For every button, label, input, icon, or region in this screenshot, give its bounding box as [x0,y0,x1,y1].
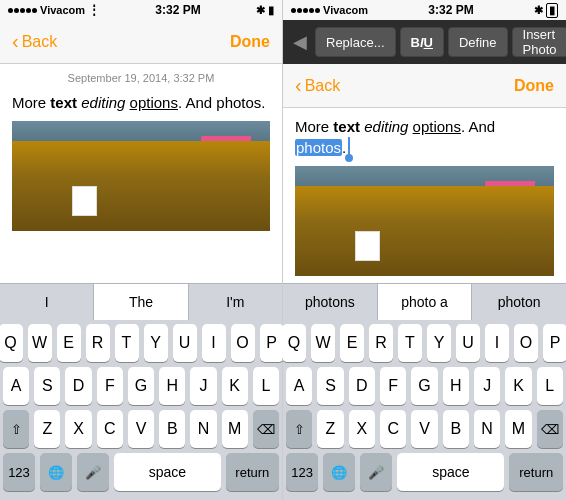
done-button-right[interactable]: Done [514,77,554,95]
key-u-left[interactable]: U [173,324,197,362]
key-e-right[interactable]: E [340,324,364,362]
key-mic-right[interactable]: 🎤 [360,453,392,491]
key-p-left[interactable]: P [260,324,284,362]
key-f-right[interactable]: F [380,367,406,405]
key-o-left[interactable]: O [231,324,255,362]
time-right: 3:32 PM [428,3,473,17]
key-return-right[interactable]: return [509,453,563,491]
key-w-right[interactable]: W [311,324,335,362]
bluetooth-icon-right: ✱ [534,4,543,17]
key-n-right[interactable]: N [474,410,500,448]
key-n-left[interactable]: N [190,410,216,448]
note-text-left[interactable]: More text editing options. And photos. [12,92,270,113]
note-text-more-right: More text editing options. And [295,118,495,135]
key-m-left[interactable]: M [222,410,248,448]
key-v-right[interactable]: V [411,410,437,448]
suggestion-i[interactable]: I [0,284,94,320]
key-shift-left[interactable]: ⇧ [3,410,29,448]
done-button-left[interactable]: Done [230,33,270,51]
right-panel: Vivacom 3:32 PM ✱ ▮ ◀ Replace... B I U D… [283,0,566,500]
back-button-left[interactable]: ‹ Back [12,32,57,51]
key-e-left[interactable]: E [57,324,81,362]
suggestion-the[interactable]: The [94,284,188,320]
suggestion-im[interactable]: I'm [189,284,282,320]
key-space-left[interactable]: space [114,453,221,491]
key-s-left[interactable]: S [34,367,60,405]
key-y-left[interactable]: Y [144,324,168,362]
key-a-left[interactable]: A [3,367,29,405]
key-globe-right[interactable]: 🌐 [323,453,355,491]
bold-label: B [411,35,420,50]
wifi-icon-left: ⋮ [88,3,100,17]
key-k-right[interactable]: K [505,367,531,405]
key-q-left[interactable]: Q [0,324,23,362]
bluetooth-icon-left: ✱ [256,4,265,17]
key-c-right[interactable]: C [380,410,406,448]
left-panel: Vivacom ⋮ 3:32 PM ✱ ▮ ‹ Back Done Septem… [0,0,283,500]
key-x-right[interactable]: X [349,410,375,448]
key-l-left[interactable]: L [253,367,279,405]
key-delete-right[interactable]: ⌫ [537,410,563,448]
key-x-left[interactable]: X [65,410,91,448]
suggestion-photons[interactable]: photons [283,284,378,320]
key-g-right[interactable]: G [411,367,437,405]
biu-button[interactable]: B I U [400,27,444,57]
key-return-left[interactable]: return [226,453,279,491]
key-globe-left[interactable]: 🌐 [40,453,72,491]
key-u-right[interactable]: U [456,324,480,362]
key-p-right[interactable]: P [543,324,566,362]
define-button[interactable]: Define [448,27,508,57]
back-button-right[interactable]: ‹ Back [295,76,340,95]
key-d-right[interactable]: D [349,367,375,405]
key-j-right[interactable]: J [474,367,500,405]
key-i-right[interactable]: I [485,324,509,362]
key-d-left[interactable]: D [65,367,91,405]
note-content-right: More text editing options. And photos. [283,108,566,283]
key-row-3-right: ⇧ Z X C V B N M ⌫ [286,410,563,448]
key-space-right[interactable]: space [397,453,504,491]
key-b-right[interactable]: B [443,410,469,448]
key-row-3-left: ⇧ Z X C V B N M ⌫ [3,410,279,448]
key-s-right[interactable]: S [317,367,343,405]
key-g-left[interactable]: G [128,367,154,405]
key-r-right[interactable]: R [369,324,393,362]
key-a-right[interactable]: A [286,367,312,405]
key-k-left[interactable]: K [222,367,248,405]
toolbar-left-arrow[interactable]: ◀ [287,31,313,53]
note-text-right[interactable]: More text editing options. And photos. [295,116,554,158]
note-text-period-right: . [342,139,346,156]
suggestion-photo-a[interactable]: photo a [378,284,473,320]
key-q-right[interactable]: Q [282,324,306,362]
carrier-name-left: Vivacom [40,4,85,16]
key-y-right[interactable]: Y [427,324,451,362]
keyboard-left: Q W E R T Y U I O P A S D F G H J K L ⇧ … [0,320,282,500]
suggestion-photon[interactable]: photon [472,284,566,320]
key-f-left[interactable]: F [97,367,123,405]
key-num-right[interactable]: 123 [286,453,318,491]
key-l-right[interactable]: L [537,367,563,405]
key-m-right[interactable]: M [505,410,531,448]
key-num-left[interactable]: 123 [3,453,35,491]
key-h-right[interactable]: H [443,367,469,405]
key-t-left[interactable]: T [115,324,139,362]
key-delete-left[interactable]: ⌫ [253,410,279,448]
key-h-left[interactable]: H [159,367,185,405]
insert-photo-button[interactable]: Insert Photo [512,27,566,57]
key-o-right[interactable]: O [514,324,538,362]
key-j-left[interactable]: J [190,367,216,405]
key-v-left[interactable]: V [128,410,154,448]
key-r-left[interactable]: R [86,324,110,362]
key-w-left[interactable]: W [28,324,52,362]
key-z-left[interactable]: Z [34,410,60,448]
back-chevron-right: ‹ [295,75,302,95]
back-label-right: Back [305,77,341,95]
key-z-right[interactable]: Z [317,410,343,448]
key-t-right[interactable]: T [398,324,422,362]
key-b-left[interactable]: B [159,410,185,448]
suggestions-bar-right: photons photo a photon [283,283,566,320]
key-shift-right[interactable]: ⇧ [286,410,312,448]
key-mic-left[interactable]: 🎤 [77,453,109,491]
replace-button[interactable]: Replace... [315,27,396,57]
key-c-left[interactable]: C [97,410,123,448]
key-i-left[interactable]: I [202,324,226,362]
